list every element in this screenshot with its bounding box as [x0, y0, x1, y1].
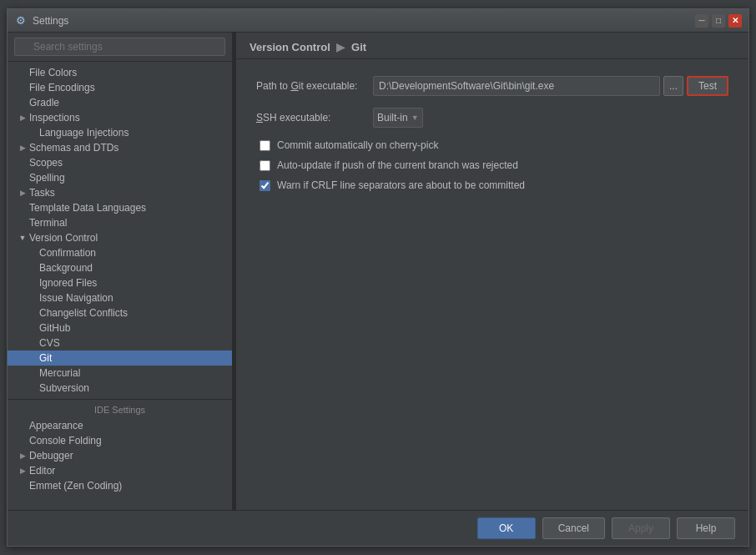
path-label: Path to Git executable: [256, 80, 373, 92]
sidebar-item-label: File Colors [29, 67, 77, 78]
ok-button[interactable]: OK [477, 517, 536, 539]
sidebar-list: File Colors File Encodings Gradle ▶ Insp… [8, 62, 232, 510]
sidebar-item-emmet[interactable]: Emmet (Zen Coding) [8, 478, 232, 493]
sidebar-item-label: Console Folding [29, 435, 102, 447]
maximize-button[interactable]: □ [712, 14, 725, 28]
sidebar-item-background[interactable]: Background [8, 260, 232, 275]
path-input-container: ... Test [373, 76, 728, 96]
search-wrapper: 🔍 [14, 38, 225, 56]
checkbox-auto-update[interactable] [260, 160, 270, 171]
sidebar-item-label: Confirmation [39, 247, 96, 259]
search-container: 🔍 [8, 33, 232, 62]
panel-header: Version Control ▶ Git [236, 33, 748, 59]
sidebar-item-label: File Encodings [29, 82, 95, 93]
sidebar: 🔍 File Colors File Encodings Gradle [8, 33, 233, 510]
git-path-input[interactable] [373, 76, 660, 96]
sidebar-item-label: Ignored Files [39, 277, 97, 289]
sidebar-item-label: Terminal [29, 217, 67, 229]
sidebar-item-editor[interactable]: ▶ Editor [8, 463, 232, 478]
chevron-down-icon: ▼ [411, 114, 419, 122]
window-icon: ⚙ [14, 14, 28, 28]
checkbox-cherry-pick[interactable] [260, 140, 270, 151]
sidebar-item-tasks[interactable]: ▶ Tasks [8, 185, 232, 200]
sidebar-item-template-data-languages[interactable]: Template Data Languages [8, 200, 232, 215]
sidebar-item-scopes[interactable]: Scopes [8, 155, 232, 170]
checkbox-auto-update-row[interactable]: Auto-update if push of the current branc… [256, 159, 728, 171]
close-button[interactable]: ✕ [728, 14, 742, 28]
path-form-row: Path to Git executable: ... Test [256, 76, 728, 96]
apply-button[interactable]: Apply [612, 517, 670, 539]
expand-arrow-icon: ▶ [18, 466, 28, 476]
window-title: Settings [33, 15, 695, 27]
sidebar-item-spelling[interactable]: Spelling [8, 170, 232, 185]
sidebar-item-confirmation[interactable]: Confirmation [8, 245, 232, 260]
minimize-button[interactable]: ─ [695, 14, 708, 28]
sidebar-item-label: CVS [39, 337, 60, 349]
sidebar-item-terminal[interactable]: Terminal [8, 215, 232, 230]
settings-window: ⚙ Settings ─ □ ✕ 🔍 File Colors [7, 8, 749, 547]
checkbox-crlf[interactable] [260, 180, 270, 191]
sidebar-item-console-folding[interactable]: Console Folding [8, 433, 232, 448]
sidebar-item-label: Inspections [29, 112, 80, 124]
sidebar-item-appearance[interactable]: Appearance [8, 418, 232, 433]
test-button[interactable]: Test [687, 76, 728, 96]
breadcrumb-root: Version Control [249, 41, 330, 53]
sidebar-item-issue-navigation[interactable]: Issue Navigation [8, 290, 232, 305]
window-controls: ─ □ ✕ [695, 14, 742, 28]
sidebar-item-inspections[interactable]: ▶ Inspections [8, 110, 232, 125]
sidebar-item-schemas-dtds[interactable]: ▶ Schemas and DTDs [8, 140, 232, 155]
sidebar-item-label: Debugger [29, 450, 73, 462]
checkbox-auto-update-label: Auto-update if push of the current branc… [277, 159, 518, 171]
sidebar-item-git[interactable]: Git [8, 351, 232, 366]
ide-settings-label: IDE Settings [8, 399, 232, 418]
sidebar-item-label: Changelist Conflicts [39, 307, 128, 319]
sidebar-item-label: Tasks [29, 187, 55, 199]
sidebar-item-label: Gradle [29, 97, 59, 108]
sidebar-item-label: Version Control [29, 232, 98, 244]
help-button[interactable]: Help [677, 517, 735, 539]
sidebar-item-version-control[interactable]: ▼ Version Control [8, 230, 232, 245]
sidebar-item-cvs[interactable]: CVS [8, 336, 232, 351]
sidebar-item-label: Editor [29, 465, 55, 477]
sidebar-item-changelist-conflicts[interactable]: Changelist Conflicts [8, 305, 232, 320]
sidebar-item-label: Background [39, 262, 93, 274]
sidebar-item-label: Issue Navigation [39, 292, 113, 304]
expand-arrow-icon: ▶ [18, 113, 28, 123]
checkbox-crlf-label: Warn if CRLF line separators are about t… [277, 179, 525, 191]
sidebar-item-debugger[interactable]: ▶ Debugger [8, 448, 232, 463]
sidebar-item-label: Mercurial [39, 367, 80, 379]
expand-arrow-icon: ▶ [18, 143, 28, 153]
sidebar-item-subversion[interactable]: Subversion [8, 381, 232, 396]
sidebar-item-file-encodings[interactable]: File Encodings [8, 80, 232, 95]
collapse-arrow-icon: ▼ [18, 233, 28, 243]
search-input[interactable] [14, 38, 225, 56]
sidebar-item-file-colors[interactable]: File Colors [8, 65, 232, 80]
checkbox-cherry-pick-row[interactable]: Commit automatically on cherry-pick [256, 139, 728, 151]
breadcrumb-child: Git [351, 41, 366, 53]
sidebar-item-mercurial[interactable]: Mercurial [8, 366, 232, 381]
main-panel: Version Control ▶ Git Path to Git execut… [236, 33, 748, 510]
ssh-select[interactable]: Built-in ▼ [373, 108, 423, 128]
sidebar-item-ignored-files[interactable]: Ignored Files [8, 275, 232, 290]
browse-button[interactable]: ... [663, 76, 683, 96]
bottom-bar: OK Cancel Apply Help [8, 510, 748, 546]
sidebar-item-label: Schemas and DTDs [29, 142, 118, 154]
cancel-button[interactable]: Cancel [542, 517, 605, 539]
sidebar-item-label: Subversion [39, 382, 89, 394]
expand-arrow-icon: ▶ [18, 188, 28, 198]
breadcrumb-separator: ▶ [336, 41, 348, 53]
sidebar-item-label: Git [39, 352, 52, 364]
checkbox-crlf-row[interactable]: Warn if CRLF line separators are about t… [256, 179, 728, 191]
ssh-form-row: SSH executable: Built-in ▼ [256, 108, 728, 128]
panel-content: Path to Git executable: ... Test SSH exe… [236, 59, 748, 510]
ssh-select-container: Built-in ▼ [373, 108, 423, 128]
sidebar-item-language-injections[interactable]: Language Injections [8, 125, 232, 140]
ssh-select-value: Built-in [377, 112, 408, 124]
sidebar-item-gradle[interactable]: Gradle [8, 95, 232, 110]
checkbox-cherry-pick-label: Commit automatically on cherry-pick [277, 139, 438, 151]
sidebar-item-label: Scopes [29, 157, 63, 169]
sidebar-item-label: Emmet (Zen Coding) [29, 480, 122, 492]
sidebar-item-github[interactable]: GitHub [8, 320, 232, 336]
ssh-label: SSH executable: [256, 112, 373, 124]
sidebar-item-label: GitHub [39, 322, 70, 334]
